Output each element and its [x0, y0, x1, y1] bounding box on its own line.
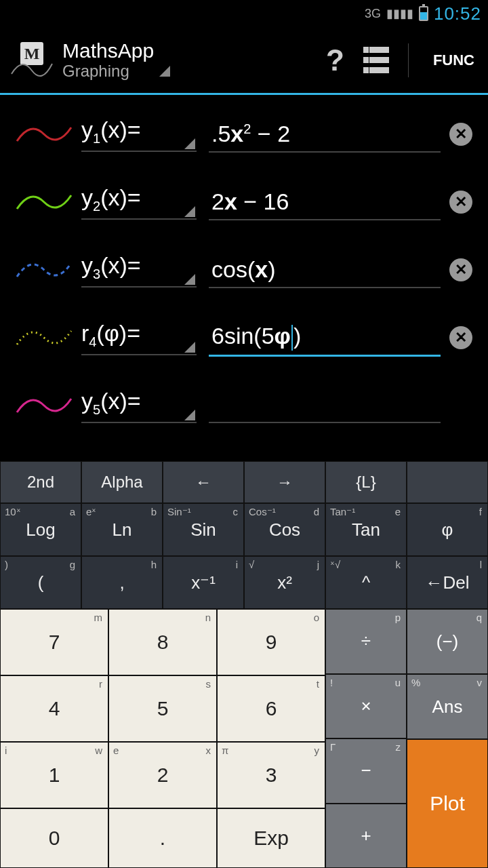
key-button[interactable]: Γz−: [325, 738, 407, 804]
key-button[interactable]: %vAns: [407, 674, 488, 739]
curve-preview-icon[interactable]: [7, 117, 81, 151]
equation-label-dropdown[interactable]: y5(x)=: [81, 388, 197, 423]
key-button[interactable]: h,: [81, 556, 163, 609]
equation-label-dropdown[interactable]: y1(x)=: [81, 117, 197, 152]
key-button[interactable]: Cos⁻¹dCos: [244, 503, 325, 556]
keypad: 2ndAlpha←→{L} 10ˣaLogeˣbLnSin⁻¹cSinCos⁻¹…: [0, 461, 488, 868]
key-button[interactable]: [407, 461, 488, 503]
equation-input[interactable]: 2x − 16: [209, 184, 441, 220]
key-button[interactable]: t6: [217, 675, 325, 742]
equation-input[interactable]: [209, 388, 441, 423]
curve-preview-icon[interactable]: [7, 253, 81, 287]
equation-input[interactable]: 6sin(5φ): [209, 319, 441, 357]
equation-row: y3(x)= cos(x) ✕: [0, 236, 488, 304]
equation-row: r4(φ)= 6sin(5φ) ✕: [0, 304, 488, 372]
clear-icon[interactable]: ✕: [449, 326, 472, 349]
key-button[interactable]: iw1: [0, 742, 108, 808]
key-button[interactable]: Exp: [217, 808, 325, 868]
key-button[interactable]: 0: [0, 808, 108, 868]
key-button[interactable]: o9: [217, 609, 325, 675]
divider: [408, 43, 409, 77]
dropdown-icon: [159, 66, 170, 77]
equation-list: y1(x)= .5x2 − 2 ✕ y2(x)= 2x − 16 ✕ y3(x)…: [0, 95, 488, 439]
network-icon: 3G: [365, 7, 381, 21]
clear-icon[interactable]: ✕: [449, 191, 472, 214]
app-title-dropdown[interactable]: MathsApp Graphing: [62, 39, 326, 81]
key-button[interactable]: eˣbLn: [81, 503, 163, 556]
dropdown-icon: [184, 206, 195, 217]
curve-preview-icon[interactable]: [7, 321, 81, 355]
key-button[interactable]: m7: [0, 609, 108, 675]
key-button[interactable]: !u×: [325, 674, 407, 739]
app-logo-icon[interactable]: M: [8, 37, 56, 84]
clear-icon[interactable]: ✕: [449, 123, 472, 146]
status-bar: 3G ▮▮▮▮ 10:52: [0, 0, 488, 27]
equation-input[interactable]: .5x2 − 2: [209, 117, 441, 153]
func-button[interactable]: FUNC: [428, 52, 480, 69]
key-button[interactable]: {L}: [325, 461, 407, 503]
clear-icon[interactable]: ✕: [449, 258, 472, 281]
equation-label-dropdown[interactable]: y2(x)=: [81, 184, 197, 220]
dropdown-icon: [184, 410, 195, 420]
svg-text:M: M: [24, 45, 40, 62]
key-button[interactable]: Sin⁻¹cSin: [163, 503, 244, 556]
key-button[interactable]: ←: [163, 461, 244, 503]
key-button[interactable]: ix⁻¹: [163, 556, 244, 609]
curve-preview-icon[interactable]: [7, 185, 81, 219]
equation-label-dropdown[interactable]: y3(x)=: [81, 252, 197, 288]
equation-label-dropdown[interactable]: r4(φ)=: [81, 320, 197, 355]
key-button[interactable]: l←Del: [407, 556, 488, 609]
battery-icon: [419, 6, 428, 21]
key-button[interactable]: p÷: [325, 609, 407, 674]
key-button[interactable]: r4: [0, 675, 108, 742]
signal-icon: ▮▮▮▮: [386, 6, 413, 21]
key-button[interactable]: √jx²: [244, 556, 325, 609]
key-button[interactable]: ex2: [108, 742, 217, 808]
key-button[interactable]: )g(: [0, 556, 81, 609]
key-button[interactable]: q(−): [407, 609, 488, 674]
app-bar: M MathsApp Graphing ? FUNC: [0, 27, 488, 95]
key-button[interactable]: s5: [108, 675, 217, 742]
equation-input[interactable]: cos(x): [209, 252, 441, 288]
dropdown-icon: [184, 274, 195, 285]
key-button[interactable]: πy3: [217, 742, 325, 808]
app-subtitle: Graphing: [62, 62, 154, 81]
key-button[interactable]: n8: [108, 609, 217, 675]
equation-row: y1(x)= .5x2 − 2 ✕: [0, 100, 488, 168]
key-button[interactable]: .: [108, 808, 217, 868]
key-button[interactable]: Alpha: [81, 461, 163, 503]
key-button[interactable]: 10ˣaLog: [0, 503, 81, 556]
key-button[interactable]: →: [244, 461, 325, 503]
dropdown-icon: [184, 342, 195, 353]
equation-row: y5(x)=: [0, 372, 488, 439]
help-icon[interactable]: ?: [326, 43, 344, 77]
equation-row: y2(x)= 2x − 16 ✕: [0, 168, 488, 236]
key-button[interactable]: fφ: [407, 503, 488, 556]
list-icon[interactable]: [363, 47, 389, 73]
key-button[interactable]: +: [325, 804, 407, 869]
plot-button[interactable]: Plot: [407, 739, 488, 868]
key-button[interactable]: Tan⁻¹eTan: [325, 503, 407, 556]
app-title: MathsApp: [62, 39, 154, 62]
dropdown-icon: [184, 138, 195, 149]
curve-preview-icon[interactable]: [7, 389, 81, 422]
key-button[interactable]: ˣ√k^: [325, 556, 407, 609]
key-button[interactable]: 2nd: [0, 461, 81, 503]
clock: 10:52: [434, 3, 481, 24]
